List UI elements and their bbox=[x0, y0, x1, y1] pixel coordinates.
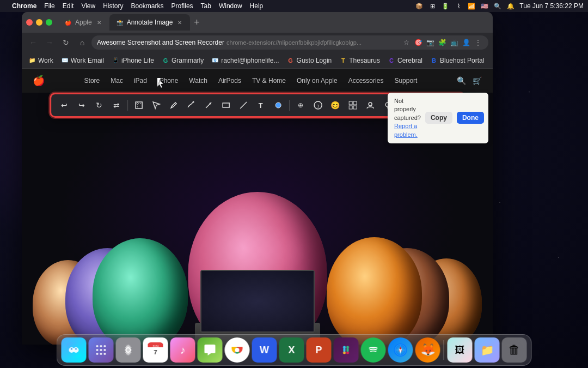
apple-nav-airpods[interactable]: AirPods bbox=[218, 77, 241, 85]
toolbar-sticker1[interactable]: ⊕ bbox=[293, 98, 308, 113]
address-bar[interactable]: Awesome Screenshot and Screen Recorder c… bbox=[91, 35, 488, 50]
tab-apple-close[interactable]: ✕ bbox=[95, 19, 103, 26]
apple-nav-mac[interactable]: Mac bbox=[111, 77, 123, 85]
dock-firefox[interactable]: 🦊 bbox=[415, 337, 440, 363]
tab-apple[interactable]: 🍎 Apple ✕ bbox=[58, 14, 109, 31]
bookmark-work[interactable]: 📁 Work bbox=[25, 55, 57, 66]
menu-button[interactable]: ⋮ bbox=[473, 38, 483, 47]
toolbar-pen[interactable] bbox=[166, 98, 181, 113]
refresh-button[interactable]: ↻ bbox=[59, 35, 73, 50]
apple-nav-iphone[interactable]: iPhone bbox=[158, 77, 178, 85]
menubar-profiles[interactable]: Profiles bbox=[171, 2, 193, 10]
dock-slack[interactable] bbox=[334, 337, 359, 363]
dropbox-icon[interactable]: 📦 bbox=[415, 2, 424, 10]
bookmark-rachel[interactable]: 📧 rachel@iphonelife... bbox=[208, 55, 282, 66]
screenshot-ext-icon[interactable]: 📷 bbox=[425, 38, 435, 47]
apple-search-icon[interactable]: 🔍 bbox=[457, 76, 466, 85]
dock-calendar[interactable]: 7 JUN bbox=[143, 337, 168, 363]
bookmark-iphone-life[interactable]: 📱 iPhone Life bbox=[108, 55, 157, 66]
minimize-button[interactable] bbox=[36, 19, 42, 26]
apple-nav-tv[interactable]: TV & Home bbox=[252, 77, 286, 85]
toolbar-redo[interactable]: ↪ bbox=[74, 98, 89, 113]
toolbar-rectangle[interactable] bbox=[218, 98, 234, 113]
dock-finder[interactable] bbox=[62, 337, 87, 363]
toolbar-redact[interactable] bbox=[363, 98, 378, 113]
apple-nav-only-apple[interactable]: Only on Apple bbox=[297, 77, 338, 85]
apple-nav-support[interactable]: Support bbox=[394, 77, 417, 85]
report-problem-link[interactable]: Report a problem. bbox=[394, 122, 421, 139]
maximize-button[interactable] bbox=[46, 19, 52, 26]
dock-chrome[interactable] bbox=[225, 337, 250, 363]
bookmark-thesaurus[interactable]: T Thesaurus bbox=[336, 55, 383, 66]
toolbar-rotate[interactable]: ↻ bbox=[91, 98, 107, 113]
bookmark-work-email[interactable]: ✉️ Work Email bbox=[58, 55, 107, 66]
cast-icon[interactable]: 📺 bbox=[449, 38, 459, 47]
menubar-tab[interactable]: Tab bbox=[201, 2, 211, 10]
profile-icon[interactable]: 👤 bbox=[461, 38, 471, 47]
menubar-edit[interactable]: Edit bbox=[63, 2, 74, 10]
menubar-chrome[interactable]: Chrome bbox=[12, 2, 36, 10]
toolbar-crop[interactable] bbox=[131, 98, 146, 113]
toolbar-sticker2[interactable]: 1 bbox=[310, 98, 326, 113]
svg-rect-7 bbox=[223, 103, 229, 107]
apple-nav-store[interactable]: Store bbox=[84, 77, 100, 85]
apple-nav-ipad[interactable]: iPad bbox=[134, 77, 147, 85]
dock-safari[interactable] bbox=[388, 337, 413, 363]
bookmark-facebook[interactable]: f Facebook bbox=[488, 55, 493, 66]
bluetooth-icon[interactable]: ⌇ bbox=[454, 2, 463, 10]
home-button[interactable]: ⌂ bbox=[75, 35, 89, 50]
forward-button[interactable]: → bbox=[42, 35, 57, 50]
dock-word[interactable]: W bbox=[252, 337, 277, 363]
toolbar-emoji[interactable]: 😊 bbox=[328, 98, 343, 113]
menubar-bookmarks[interactable]: Bookmarks bbox=[131, 2, 164, 10]
address-text: Awesome Screenshot and Screen Recorder c… bbox=[97, 39, 398, 46]
close-button[interactable] bbox=[26, 19, 33, 26]
dock-music[interactable]: ♪ bbox=[170, 337, 195, 363]
apple-nav-watch[interactable]: Watch bbox=[189, 77, 207, 85]
menubar-window[interactable]: Window bbox=[219, 2, 242, 10]
toolbar-undo[interactable]: ↩ bbox=[57, 98, 72, 113]
dock-excel[interactable]: X bbox=[279, 337, 304, 363]
tab-annotate[interactable]: 📸 Annotate Image ✕ bbox=[109, 14, 191, 31]
toolbar-line[interactable] bbox=[236, 98, 251, 113]
dock-launchpad[interactable] bbox=[89, 337, 114, 363]
menubar-view[interactable]: View bbox=[81, 2, 95, 10]
done-button[interactable]: Done bbox=[457, 112, 484, 124]
new-tab-button[interactable]: + bbox=[190, 16, 203, 29]
user-icon[interactable]: 🇺🇸 bbox=[480, 2, 489, 10]
bookmark-star-icon[interactable]: ☆ bbox=[401, 38, 411, 47]
puzzle-icon[interactable]: 🧩 bbox=[437, 38, 447, 47]
search-icon[interactable]: 🔍 bbox=[493, 2, 502, 10]
tab-annotate-close[interactable]: ✕ bbox=[176, 19, 183, 26]
dock-files[interactable]: 📁 bbox=[475, 337, 500, 363]
dock-messages[interactable] bbox=[198, 337, 223, 363]
dock-settings[interactable] bbox=[116, 337, 141, 363]
bookmark-grammarly[interactable]: G Grammarly bbox=[158, 55, 207, 66]
toolbar-blur[interactable] bbox=[345, 98, 360, 113]
toolbar-arrow[interactable] bbox=[201, 98, 216, 113]
toolbar-color[interactable] bbox=[271, 98, 286, 113]
toolbar-text[interactable]: T bbox=[253, 98, 268, 113]
menubar-file[interactable]: File bbox=[44, 2, 54, 10]
bookmark-cerebral[interactable]: C Cerebral bbox=[384, 55, 426, 66]
notification-icon[interactable]: 🔔 bbox=[506, 2, 515, 10]
dock-powerpoint[interactable]: P bbox=[307, 337, 332, 363]
grid-icon[interactable]: ⊞ bbox=[428, 2, 437, 10]
back-button[interactable]: ← bbox=[26, 35, 40, 50]
toolbar-flip[interactable]: ⇄ bbox=[109, 98, 124, 113]
apple-nav-accessories[interactable]: Accessories bbox=[348, 77, 384, 85]
dock-trash[interactable]: 🗑 bbox=[502, 337, 527, 363]
apple-cart-icon[interactable]: 🛒 bbox=[473, 76, 482, 85]
menubar-help[interactable]: Help bbox=[250, 2, 264, 10]
bookmark-bluehost[interactable]: B Bluehost Portal bbox=[427, 55, 487, 66]
toolbar-select[interactable] bbox=[149, 98, 164, 113]
copy-button[interactable]: Copy bbox=[425, 112, 452, 124]
dock-preview[interactable]: 🖼 bbox=[448, 337, 473, 363]
battery-icon[interactable]: 🔋 bbox=[441, 2, 450, 10]
extension-icon[interactable]: 🎯 bbox=[413, 38, 423, 47]
menubar-history[interactable]: History bbox=[103, 2, 123, 10]
dock-spotify[interactable] bbox=[361, 337, 386, 363]
toolbar-pencil[interactable] bbox=[183, 98, 199, 113]
wifi-icon[interactable]: 📶 bbox=[467, 2, 476, 10]
bookmark-gusto[interactable]: G Gusto Login bbox=[284, 55, 335, 66]
